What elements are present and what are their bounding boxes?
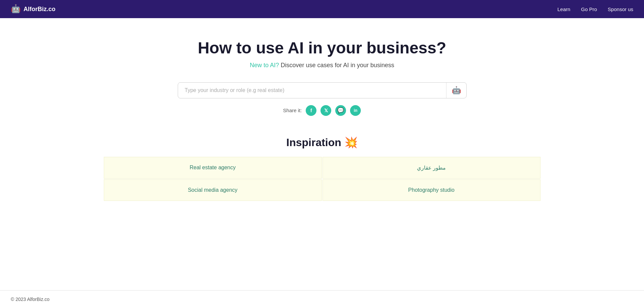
navbar-links: Learn Go Pro Sponsor us — [557, 6, 633, 12]
search-input[interactable] — [178, 83, 446, 98]
inspiration-emoji: 💥 — [344, 136, 358, 148]
inspiration-section: Inspiration 💥 Real estate agency مطور عق… — [104, 136, 541, 201]
twitter-icon: 𝕏 — [324, 108, 328, 113]
nav-link-learn[interactable]: Learn — [557, 6, 570, 12]
share-label: Share it: — [283, 107, 302, 113]
search-robot-icon: 🤖 — [452, 86, 461, 95]
hero-subtitle: New to AI? Discover use cases for AI in … — [198, 62, 446, 69]
whatsapp-icon: 💬 — [337, 107, 344, 114]
hero-title: How to use AI in your business? — [198, 38, 446, 58]
hero-subtitle-highlight: New to AI? — [250, 62, 279, 69]
share-whatsapp-button[interactable]: 💬 — [335, 105, 346, 116]
search-container: 🤖 — [178, 82, 467, 98]
brand-logo[interactable]: 🤖 AlforBiz.co — [11, 4, 55, 14]
share-twitter-button[interactable]: 𝕏 — [320, 105, 331, 116]
linkedin-icon: in — [354, 108, 357, 113]
share-facebook-button[interactable]: f — [306, 105, 316, 116]
inspiration-title: Inspiration 💥 — [104, 136, 541, 149]
nav-link-sponsor-us[interactable]: Sponsor us — [608, 6, 633, 12]
brand-robot-icon: 🤖 — [11, 4, 21, 14]
facebook-icon: f — [310, 108, 312, 113]
brand-name: AlforBiz.co — [24, 6, 55, 13]
inspiration-item-real-estate[interactable]: Real estate agency — [104, 157, 322, 179]
footer: © 2023 AlforBiz.co — [0, 290, 644, 308]
hero-subtitle-rest: Discover use cases for AI in your busine… — [279, 62, 394, 69]
share-row: Share it: f 𝕏 💬 in — [283, 105, 361, 116]
navbar: 🤖 AlforBiz.co Learn Go Pro Sponsor us — [0, 0, 644, 18]
nav-link-go-pro[interactable]: Go Pro — [581, 6, 597, 12]
main-content: How to use AI in your business? New to A… — [0, 18, 644, 290]
search-button[interactable]: 🤖 — [446, 83, 466, 98]
hero-section: How to use AI in your business? New to A… — [198, 38, 446, 69]
inspiration-item-social-media[interactable]: Social media agency — [104, 179, 322, 201]
footer-copyright: © 2023 AlforBiz.co — [11, 297, 49, 302]
inspiration-grid: Real estate agency مطور عقاري Social med… — [104, 157, 541, 201]
inspiration-item-real-estate-ar[interactable]: مطور عقاري — [323, 157, 541, 179]
share-linkedin-button[interactable]: in — [350, 105, 361, 116]
inspiration-item-photography[interactable]: Photography studio — [323, 179, 541, 201]
